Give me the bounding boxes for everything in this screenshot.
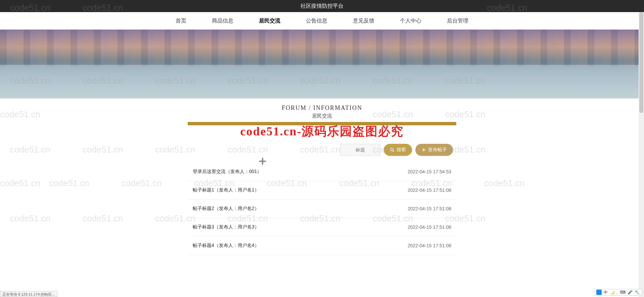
- post-date: 2022-04-15 17:54:53: [408, 169, 451, 174]
- section-title-cn: 居民交流: [0, 113, 644, 119]
- list-item[interactable]: 帖子标题3（发布人：用户名3） 2022-04-15 17:51:08: [188, 218, 456, 237]
- list-item[interactable]: 帖子标题4（发布人：用户名4） 2022-04-15 17:51:08: [188, 237, 456, 255]
- section-title-en: FORUM / INFORMATION: [0, 104, 644, 112]
- post-list: 登录后这里交流（发布人：001） 2022-04-15 17:54:53 帖子标…: [188, 163, 456, 255]
- post-title: 帖子标题4（发布人：用户名4）: [193, 243, 259, 249]
- search-button-label: 搜索: [397, 147, 406, 153]
- watermark: code51.cn: [0, 178, 40, 188]
- nav-announcements[interactable]: 公告信息: [303, 14, 330, 28]
- main-nav: 首页 商品信息 居民交流 公告信息 意见反馈 个人中心 后台管理: [0, 12, 644, 30]
- keyboard-icon: ⌨: [620, 290, 626, 295]
- section-heading: FORUM / INFORMATION 居民交流: [0, 104, 644, 119]
- status-bar: 正在等待 8.129.11.174 的响应...: [0, 291, 57, 297]
- post-date: 2022-04-15 17:51:08: [408, 206, 451, 211]
- nav-home[interactable]: 首页: [173, 14, 189, 28]
- search-button[interactable]: 搜索: [384, 144, 412, 156]
- svg-line-1: [393, 151, 394, 152]
- nav-feedback[interactable]: 意见反馈: [350, 14, 377, 28]
- loading-icon: [259, 158, 266, 165]
- post-button[interactable]: 发布帖子: [415, 144, 453, 156]
- nav-forum[interactable]: 居民交流: [256, 14, 283, 28]
- watermark: code51.cn: [10, 144, 50, 155]
- microphone-icon: 🎤: [628, 290, 633, 295]
- wrench-icon: 🔧: [635, 290, 640, 295]
- post-title: 登录后这里交流（发布人：001）: [193, 169, 262, 175]
- app-header: 社区疫情防控平台: [0, 0, 644, 12]
- post-title: 帖子标题1（发布人：用户名1）: [193, 187, 259, 193]
- watermark: code51.cn: [83, 213, 123, 224]
- post-button-label: 发布帖子: [428, 147, 447, 153]
- watermark: code51.cn: [83, 144, 123, 155]
- list-item[interactable]: 登录后这里交流（发布人：001） 2022-04-15 17:54:53: [188, 163, 456, 181]
- ime-icon: [596, 290, 602, 295]
- scrollbar[interactable]: [639, 12, 644, 297]
- post-title: 帖子标题2（发布人：用户名2）: [193, 206, 259, 212]
- post-title: 帖子标题3（发布人：用户名3）: [193, 224, 259, 230]
- search-icon: [390, 147, 395, 152]
- ime-language: 中: [604, 290, 608, 295]
- post-date: 2022-04-15 17:51:08: [408, 224, 451, 230]
- nav-products[interactable]: 商品信息: [209, 14, 236, 28]
- svg-point-0: [390, 148, 393, 151]
- hero-banner: [0, 30, 644, 98]
- post-date: 2022-04-15 17:51:08: [408, 187, 451, 193]
- search-toolbar: 搜索 发布帖子: [188, 144, 456, 156]
- scrollbar-thumb[interactable]: [639, 12, 643, 113]
- watermark: code51.cn: [49, 178, 89, 188]
- nav-profile[interactable]: 个人中心: [397, 14, 424, 28]
- comma-icon: ,: [617, 290, 618, 295]
- list-item[interactable]: 帖子标题1（发布人：用户名1） 2022-04-15 17:51:08: [188, 181, 456, 200]
- moon-icon: 🌙: [610, 290, 615, 295]
- plus-icon: [421, 147, 426, 152]
- search-input[interactable]: [340, 144, 380, 156]
- watermark: code51.cn: [10, 213, 50, 224]
- ime-toolbar[interactable]: 中 🌙 , ⌨ 🎤 🔧: [594, 289, 642, 296]
- app-title: 社区疫情防控平台: [301, 3, 343, 10]
- watermark-main: code51.cn-源码乐园盗图必究: [0, 123, 644, 140]
- watermark: code51.cn: [484, 178, 524, 188]
- watermark: code51.cn: [122, 178, 162, 188]
- post-date: 2022-04-15 17:51:08: [408, 243, 451, 248]
- list-item[interactable]: 帖子标题2（发布人：用户名2） 2022-04-15 17:51:08: [188, 200, 456, 218]
- nav-admin[interactable]: 后台管理: [444, 14, 471, 28]
